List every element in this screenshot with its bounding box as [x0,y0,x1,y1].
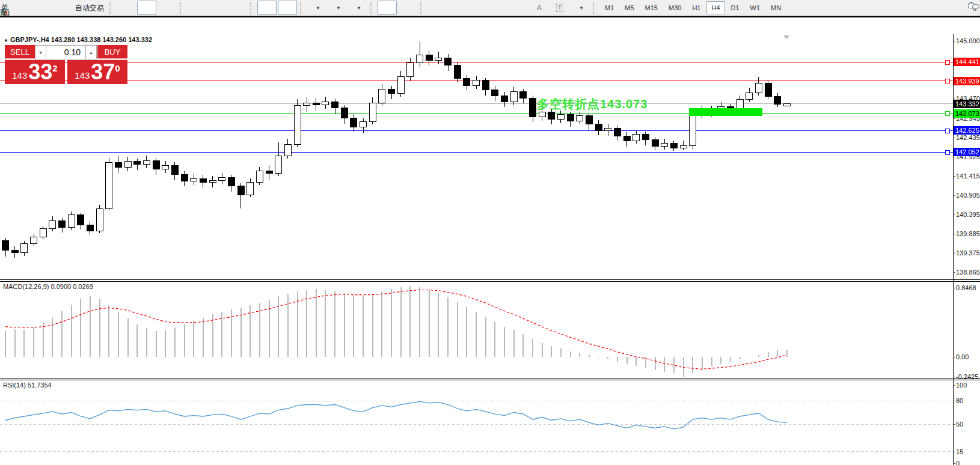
price-tick [953,157,955,157]
bar-chart-button[interactable] [117,1,136,15]
horizontal-line-button[interactable] [448,1,467,15]
strategy-tester-button[interactable] [51,1,70,15]
chevron-down-icon: ▼ [336,5,341,11]
tab-timeframe-w1[interactable]: W1 [746,1,765,14]
toolbar-grip [420,2,424,14]
panel-separator[interactable] [0,279,980,282]
new-chart-button[interactable]: ▼ [307,1,326,15]
price-tick [953,195,955,196]
zoom-out-button[interactable] [207,1,227,15]
text-label-icon: T [556,4,564,12]
macd-histogram [5,286,787,377]
terminal-button[interactable] [30,1,49,15]
new-order-button[interactable] [10,1,29,15]
chevron-down-icon: ▼ [579,5,584,11]
price-tick [953,272,955,273]
chart-shift-button[interactable] [257,1,277,15]
rsi-tick [953,424,955,425]
candlestick-chart-button[interactable] [137,1,156,15]
rsi-tick [953,401,955,401]
sell-price-button[interactable]: 143 33 2 [5,60,65,84]
chart-shift-marker[interactable] [783,35,789,39]
tile-windows-button[interactable] [228,1,247,15]
sell-price-sup: 2 [52,63,57,73]
toolbar-grip [109,2,114,14]
price-line-label: 144.441 [954,58,980,66]
price-tick-label: 142.435 [956,134,980,141]
tab-timeframe-m5[interactable]: M5 [620,1,639,14]
price-tick-label: 139.885 [956,230,980,237]
macd-plot[interactable] [0,282,954,378]
volume-input[interactable]: 0.10 [46,45,85,59]
macd-tick-label: -0.2425 [956,373,978,380]
one-click-trading-panel: SELL ▼ 0.10 ▲ BUY 143 33 2 143 37 0 [5,45,128,84]
text-icon: A [537,4,542,12]
equidistant-channel-button[interactable]: E [489,1,508,15]
tab-timeframe-mn[interactable]: MN [766,1,786,14]
sell-price-big: 33 [28,62,52,82]
price-tick [953,99,955,99]
price-tick-label: 141.415 [956,172,980,180]
trendline-button[interactable] [468,1,488,15]
tab-timeframe-m1[interactable]: M1 [600,1,619,14]
rsi-tick-label: 80 [956,397,963,404]
collapse-triangle-icon[interactable]: ▲ [4,37,8,43]
rsi-tick-label: 100 [956,381,967,389]
panel-separator[interactable] [0,378,980,380]
hline-handle [945,79,949,84]
rsi-line [5,401,787,429]
tab-timeframe-h1[interactable]: H1 [687,1,705,14]
cursor-button[interactable] [378,1,397,15]
buy-price-prefix: 143 [75,70,90,81]
sell-button[interactable]: SELL [5,45,35,59]
line-chart-button[interactable] [158,1,177,15]
price-tick [953,41,955,41]
price-line-label: 143.073 [954,109,980,118]
hline-handle [945,112,949,116]
rsi-tick [953,385,955,386]
arrows-button[interactable]: ▼ [571,1,590,15]
periods-button[interactable]: ▼ [328,1,347,15]
zoom-in-button[interactable] [187,1,206,15]
tab-timeframe-d1[interactable]: D1 [726,1,744,14]
tab-timeframe-h4[interactable]: H4 [706,1,724,14]
crosshair-button[interactable] [398,1,417,15]
fibonacci-button[interactable]: F [509,1,528,15]
tab-timeframe-m15[interactable]: M15 [640,1,663,14]
mt4-window: 单 自动交易 ▼ ▼ ▼ E F A T ▼ M1 [0,0,980,465]
price-line-label: 143.332 [954,100,980,108]
templates-button[interactable]: ▼ [348,1,367,15]
auto-scroll-button[interactable] [278,1,297,15]
hline-handle [945,150,949,154]
price-tick-label: 140.395 [956,211,980,218]
rsi-tick-label: 0 [956,460,960,465]
tab-timeframe-m30[interactable]: M30 [664,1,686,14]
symbol-ohlc-text: GBPJPY-,H4 143.280 143.338 143.260 143.3… [10,36,152,43]
chevron-down-icon: ▼ [316,5,320,11]
hline-handle [945,129,949,133]
price-tick-label: 140.905 [956,192,980,199]
macd-tick [953,377,955,377]
buy-price-button[interactable]: 143 37 0 [67,60,127,84]
macd-tick-label: 0.00 [956,353,969,360]
text-label-button[interactable]: T [550,1,569,15]
rsi-tick-label: 15 [956,448,963,455]
buy-button[interactable]: BUY [97,45,127,59]
price-line-label: 142.625 [954,126,980,135]
rsi-plot[interactable] [0,380,954,465]
price-tick [953,253,955,254]
volume-increase-button[interactable]: ▲ [85,45,97,59]
rsi-tick [953,452,955,452]
chevron-down-icon: ▼ [357,5,361,11]
autotrading-button[interactable]: 自动交易 [71,1,106,15]
toolbar-grip [250,2,254,14]
macd-signal-line [5,290,787,369]
vertical-line-button[interactable] [427,1,447,15]
text-button[interactable]: A [530,1,549,15]
price-tick [953,138,955,138]
volume-decrease-button[interactable]: ▼ [35,45,46,59]
macd-tick [953,357,955,357]
price-tick-label: 145.000 [956,37,980,44]
trade-panel-top-row: SELL ▼ 0.10 ▲ BUY [5,45,128,59]
price-chart-plot[interactable] [0,34,954,279]
